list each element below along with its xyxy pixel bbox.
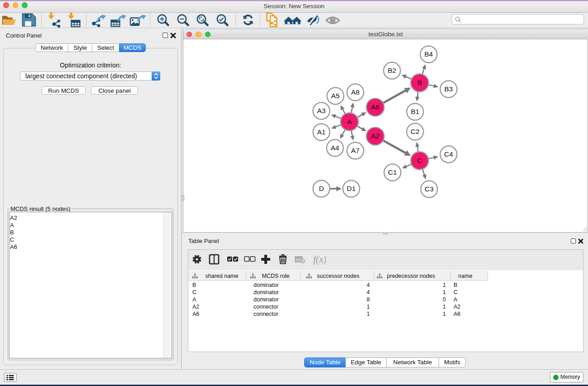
svg-text:B1: B1 [411, 108, 420, 115]
svg-text:A3: A3 [317, 107, 326, 114]
svg-text:C2: C2 [411, 128, 420, 135]
svg-text:B3: B3 [445, 85, 453, 93]
svg-text:A6: A6 [371, 103, 380, 111]
svg-text:A4: A4 [331, 144, 339, 152]
svg-text:A: A [347, 118, 352, 125]
svg-text:C3: C3 [425, 185, 434, 193]
svg-text:A7: A7 [351, 147, 360, 154]
svg-text:A1: A1 [317, 128, 326, 136]
svg-text:C: C [417, 157, 422, 164]
svg-text:A2: A2 [371, 132, 380, 140]
svg-text:C4: C4 [444, 150, 453, 158]
svg-text:f(x): f(x) [313, 254, 326, 265]
svg-text:C1: C1 [388, 168, 397, 176]
svg-text:D: D [319, 185, 324, 192]
svg-text:B2: B2 [388, 67, 397, 74]
svg-text:B: B [417, 79, 422, 86]
svg-text:B4: B4 [425, 50, 433, 58]
svg-text:A8: A8 [351, 88, 360, 96]
svg-text:D1: D1 [347, 185, 356, 192]
svg-text:A5: A5 [331, 92, 340, 100]
